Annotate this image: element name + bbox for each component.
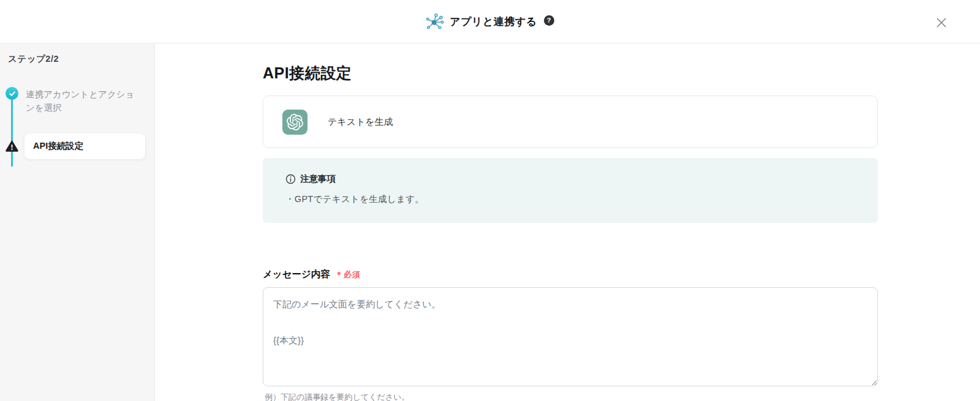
- notice-item: ・GPTでテキストを生成します。: [285, 193, 855, 205]
- required-badge: ＊必須: [335, 269, 361, 280]
- notice-box: 注意事項 ・GPTでテキストを生成します。: [263, 158, 878, 223]
- openai-logo-icon: [282, 110, 307, 135]
- message-field-helper: 例）下記の議事録を要約してください。: [263, 392, 878, 401]
- app-integration-icon: [426, 12, 444, 31]
- help-icon[interactable]: ?: [544, 15, 554, 26]
- warning-triangle-icon: [6, 140, 18, 152]
- step-item-api-settings[interactable]: API接続設定: [0, 133, 154, 159]
- info-icon: [285, 174, 296, 184]
- step-counter: ステップ2/2: [0, 43, 154, 65]
- action-label: テキストを生成: [328, 116, 393, 128]
- step-label-account-action: 連携アカウントとアクションを選択: [26, 88, 137, 115]
- modal-title: アプリと連携する: [450, 15, 537, 29]
- page-title: API接続設定: [263, 63, 878, 83]
- close-icon: [934, 15, 949, 30]
- header-title-group: アプリと連携する ?: [426, 12, 554, 31]
- step-sidebar: ステップ2/2 連携アカウントとアクションを選択: [0, 43, 155, 401]
- notice-title: 注意事項: [300, 173, 336, 185]
- step-card-api-settings[interactable]: API接続設定: [24, 133, 145, 159]
- message-textarea[interactable]: 下記のメール文面を要約してください。 {{本文}}: [263, 287, 878, 386]
- message-field-label: メッセージ内容: [263, 268, 330, 281]
- close-button[interactable]: [933, 15, 949, 31]
- selected-action-card: テキストを生成: [263, 96, 878, 148]
- stepper: 連携アカウントとアクションを選択 API接続設定: [0, 87, 154, 159]
- message-field-block: メッセージ内容 ＊必須 下記のメール文面を要約してください。 {{本文}} 例）…: [263, 268, 878, 401]
- main-panel: API接続設定 テキストを生成 注意事項: [155, 43, 980, 401]
- modal-header: アプリと連携する ?: [0, 0, 980, 43]
- step-item-account-action[interactable]: 連携アカウントとアクションを選択: [0, 87, 154, 115]
- step-done-check-icon: [6, 87, 18, 100]
